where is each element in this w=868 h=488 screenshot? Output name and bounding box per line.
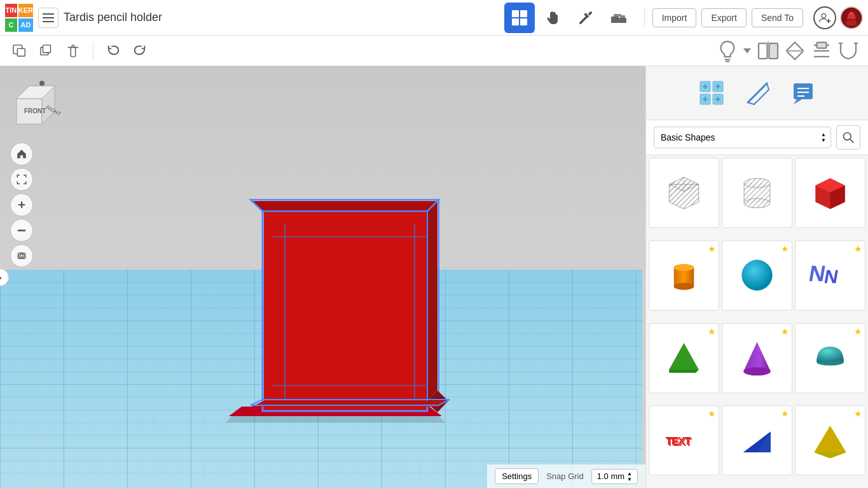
flip-btn[interactable] — [783, 39, 807, 63]
snap-grid-label: Snap Grid — [546, 471, 584, 481]
sphere-thumb — [735, 253, 780, 298]
shape-category-select[interactable]: Basic Shapes Featured Shape Generators T… — [654, 127, 831, 148]
shape-item-box-hole[interactable] — [649, 158, 719, 228]
scene-svg — [0, 66, 645, 488]
text-shape-thumb: TEXT TEXT — [662, 418, 706, 463]
text3d-svg: N N — [809, 254, 851, 296]
svg-text:N: N — [823, 266, 840, 287]
blocks-icon — [610, 9, 628, 27]
import-export-area: Import Export Send To — [644, 8, 803, 27]
copy-btn[interactable] — [8, 39, 32, 63]
light-dropdown — [715, 39, 754, 63]
cylinder-hole-svg — [736, 172, 778, 214]
shape-item-text3d[interactable]: ★ N N — [795, 241, 865, 310]
wedge-blue-svg — [736, 420, 778, 461]
import-btn[interactable]: Import — [652, 8, 697, 27]
menu-bar-2 — [43, 17, 54, 18]
shape-item-box-solid[interactable] — [795, 158, 865, 228]
menu-bar-3 — [43, 21, 54, 22]
text3d-thumb: N N — [808, 253, 853, 298]
viewport[interactable]: FRONT RIGHT + − — [0, 66, 645, 488]
shape-item-cylinder-hole[interactable] — [722, 158, 792, 228]
svg-marker-130 — [669, 370, 698, 373]
search-shapes-btn[interactable] — [836, 125, 860, 150]
hand-tool-btn[interactable] — [537, 3, 568, 33]
duplicate-btn[interactable] — [34, 39, 59, 63]
zoom-in-btn[interactable]: + — [10, 193, 33, 216]
svg-rect-3 — [520, 18, 527, 25]
align-btn[interactable] — [809, 39, 834, 63]
pyramid-green-thumb — [662, 336, 706, 380]
snap-up-arrow: ▲ — [627, 471, 632, 477]
avatar-icon — [841, 6, 862, 29]
build-btn[interactable] — [570, 3, 601, 33]
measure-panel-tab[interactable] — [738, 74, 776, 112]
svg-marker-129 — [669, 343, 698, 372]
shape-item-text-shape[interactable]: ★ TEXT TEXT — [649, 405, 719, 475]
gallery-view-btn[interactable] — [504, 3, 535, 33]
menu-bar-1 — [43, 13, 54, 15]
svg-rect-26 — [817, 42, 827, 48]
add-user-btn[interactable] — [813, 6, 836, 29]
svg-point-77 — [39, 81, 45, 86]
dropdown-arrow-icon — [743, 48, 751, 53]
blocks-btn[interactable] — [603, 3, 634, 33]
lightbulb-btn[interactable] — [715, 39, 740, 63]
svg-rect-8 — [620, 15, 625, 18]
svg-line-105 — [850, 139, 854, 143]
half-sphere-svg — [809, 337, 851, 379]
wedge-blue-star: ★ — [781, 408, 789, 419]
shape-item-wedge-blue[interactable]: ★ — [722, 405, 792, 475]
menu-icon[interactable] — [38, 8, 59, 28]
zoom-out-btn[interactable]: − — [10, 219, 33, 242]
text-shape-star: ★ — [708, 408, 716, 419]
shape-item-pyramid-green[interactable]: ★ — [649, 323, 719, 393]
shape-item-pyramid-yellow[interactable]: ★ — [795, 405, 865, 475]
pyramid-yellow-star: ★ — [854, 408, 862, 419]
mirror-btn[interactable] — [756, 39, 780, 63]
delete-btn[interactable] — [61, 39, 85, 63]
pickaxe-icon — [577, 9, 595, 27]
svg-point-104 — [844, 133, 851, 141]
logo-tin: TIN — [5, 4, 17, 17]
user-avatar[interactable] — [840, 6, 863, 29]
settings-btn[interactable]: Settings — [495, 468, 539, 484]
cone-purple-star: ★ — [781, 326, 789, 337]
lightbulb-dropdown-btn[interactable] — [741, 39, 754, 63]
user-area — [813, 6, 863, 29]
svg-marker-131 — [743, 342, 771, 371]
shapes-panel-tab[interactable] — [692, 74, 731, 112]
shape-item-sphere[interactable]: ★ — [722, 241, 792, 310]
nav-controls: + − — [10, 143, 33, 267]
notes-panel-tab[interactable] — [784, 74, 822, 112]
snap-value[interactable]: 1.0 mm ▲ ▼ — [591, 469, 638, 484]
tinkercad-logo[interactable]: TIN KER C AD — [5, 4, 33, 32]
svg-rect-0 — [512, 10, 519, 17]
shape-grid: ★ — [646, 155, 868, 488]
redo-btn[interactable] — [128, 39, 152, 63]
undo-btn[interactable] — [101, 39, 125, 63]
svg-rect-99 — [794, 83, 813, 99]
orbit-btn[interactable] — [10, 244, 33, 267]
fit-view-btn[interactable] — [10, 168, 33, 191]
svg-point-13 — [850, 11, 853, 15]
export-btn[interactable]: Export — [701, 8, 746, 27]
home-view-btn[interactable] — [10, 143, 33, 165]
view-cube-svg: FRONT RIGHT — [10, 76, 67, 134]
shape-item-half-sphere[interactable]: ★ — [795, 323, 865, 393]
svg-rect-2 — [512, 18, 519, 25]
svg-marker-107 — [669, 177, 698, 209]
flip-icon — [783, 39, 806, 62]
sphere-svg — [736, 254, 778, 296]
svg-marker-142 — [814, 452, 846, 458]
shape-item-cylinder[interactable]: ★ — [649, 241, 719, 310]
project-title: Tardis pencil holder — [64, 11, 499, 24]
shape-item-cone-purple[interactable]: ★ — [722, 323, 792, 393]
pyramid-yellow-thumb — [808, 418, 853, 463]
snap-btn[interactable] — [836, 39, 860, 63]
view-cube[interactable]: FRONT RIGHT — [10, 76, 67, 134]
svg-point-132 — [743, 367, 771, 375]
notes-icon — [790, 80, 816, 106]
topbar: TIN KER C AD Tardis pencil holder — [0, 0, 868, 36]
send-to-btn[interactable]: Send To — [752, 8, 803, 27]
